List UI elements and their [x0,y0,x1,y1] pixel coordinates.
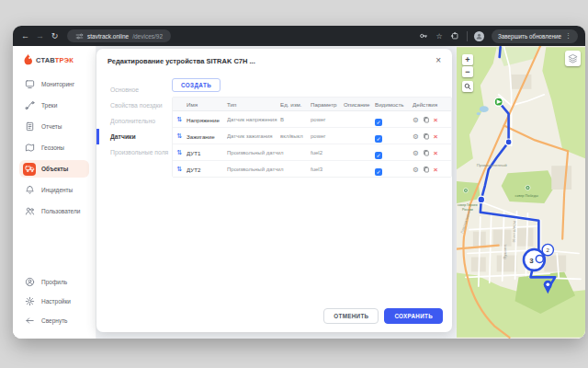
col-name: Имя [187,101,227,108]
sidebar-item-geozones[interactable]: Геозоны [19,139,89,156]
sidebar-item-label: Профиль [41,279,67,285]
tab-main[interactable]: Основное [96,82,170,98]
finish-update-label: Завершить обновление [498,33,561,40]
reload-icon[interactable]: ↻ [50,26,60,46]
profile-avatar[interactable] [474,31,484,41]
users-icon [23,205,36,218]
table-row[interactable]: ⇅ Напряжение Датчик напряжения В power ⚙ [173,111,451,128]
settings-icon[interactable]: ⚙ [413,149,419,157]
site-info-icon[interactable] [75,32,84,40]
table-header-row: Имя Тип Ед. изм. Параметр Описание Видим… [173,98,451,111]
chrome-divider [467,31,468,41]
save-button[interactable]: СОХРАНИТЬ [384,308,443,324]
settings-icon[interactable]: ⚙ [413,116,419,124]
settings-icon[interactable]: ⚙ [413,166,419,174]
map-layers-button[interactable] [565,51,581,66]
browser-window: ← → ↻ stavtrack.online/devices/92 ☆ [13,26,585,339]
modal-footer: ОТМЕНИТЬ СОХРАНИТЬ [96,308,452,332]
sidebar-item-tracks[interactable]: Треки [19,97,89,114]
visibility-checkbox[interactable] [375,152,382,159]
sensor-type: Произвольный датчик [227,150,280,155]
sensor-unit: л [280,167,311,172]
sidebar-item-monitoring[interactable]: Мониторинг [19,75,89,93]
modal-tabs: Основное Свойства поездки Дополнительно … [96,69,170,308]
svg-text:Пушкина: Пушкина [503,244,507,259]
map[interactable]: 3 2 Промышленный сквер Победы сквер Геро… [457,46,585,339]
kebab-menu-icon[interactable]: ⋮ [565,32,571,40]
delete-icon[interactable]: × [434,166,438,174]
sidebar-spacer [13,222,96,271]
drag-handle-icon[interactable]: ⇅ [173,149,187,156]
drag-handle-icon[interactable]: ⇅ [173,116,187,123]
visibility-checkbox[interactable] [375,119,382,126]
table-row[interactable]: ⇅ ДУТ2 Произвольный датчик л fuel3 ⚙ [173,161,451,177]
search-icon [464,83,471,90]
sidebar-item-incidents[interactable]: Инциденты [19,181,89,199]
zoom-out-button[interactable]: − [462,66,473,77]
sensor-name: Зажигание [187,133,227,140]
gear-icon [23,295,36,308]
map-search-button[interactable] [462,81,473,92]
svg-text:Промышленный: Промышленный [477,163,508,167]
col-param: Параметр [311,101,344,108]
copy-icon[interactable] [423,149,430,156]
copy-icon[interactable] [423,116,430,123]
tab-custom-fields[interactable]: Произвольные поля [96,144,170,160]
sidebar-item-settings[interactable]: Настройки [19,293,89,310]
brand-name: СТАВТРЭК [36,56,74,64]
svg-text:50 лет ВЛКСМ: 50 лет ВЛКСМ [513,221,517,243]
sidebar-item-reports[interactable]: Отчеты [19,118,89,135]
table-row[interactable]: ⇅ Зажигание Датчик зажигания вкл/выкл po… [173,128,451,144]
create-button[interactable]: СОЗДАТЬ [172,78,220,92]
copy-icon[interactable] [423,166,430,173]
cancel-button[interactable]: ОТМЕНИТЬ [323,308,379,324]
back-icon[interactable]: ← [20,26,30,46]
copy-icon[interactable] [423,132,430,140]
sidebar-item-objects[interactable]: Объекты [19,160,89,178]
settings-icon[interactable]: ⚙ [413,132,419,141]
brand-logo: СТАВТРЭК [13,46,96,74]
sidebar-item-users[interactable]: Пользователи [19,202,89,220]
tab-sensors[interactable]: Датчики [96,129,170,144]
route-start-marker [494,98,503,106]
close-icon[interactable]: × [435,57,441,64]
forward-icon[interactable]: → [35,26,45,46]
visibility-checkbox[interactable] [375,168,382,176]
finish-update-button[interactable]: Завершить обновление ⋮ [492,29,578,43]
col-visibility: Видимость [375,101,413,108]
sensor-type: Произвольный датчик [227,167,280,172]
tab-additional[interactable]: Дополнительно [96,113,170,129]
row-actions: ⚙ × [413,132,451,141]
sidebar-item-label: Геозоны [41,144,64,151]
delete-icon[interactable]: × [434,116,438,124]
drag-handle-icon[interactable]: ⇅ [173,166,187,173]
row-actions: ⚙ × [413,149,451,157]
visibility-checkbox[interactable] [375,135,382,143]
drag-handle-icon[interactable]: ⇅ [173,132,187,140]
table-row[interactable]: ⇅ ДУТ1 Произвольный датчик л fuel2 ⚙ [173,144,451,161]
delete-icon[interactable]: × [434,132,438,141]
passwords-icon[interactable] [418,30,429,41]
edit-device-modal: Редактирование устройства SITRAK C7H ...… [96,49,452,332]
address-bar[interactable]: stavtrack.online/devices/92 [67,29,171,42]
extensions-icon[interactable] [449,30,460,41]
sensors-pane: СОЗДАТЬ Имя Тип Ед. изм. Параметр Описан… [170,69,461,308]
truck-icon [23,163,36,176]
sensor-unit: вкл/выкл [280,133,311,139]
sensor-param: power [311,133,344,139]
sensor-unit: л [280,150,311,155]
col-unit: Ед. изм. [280,101,311,108]
sidebar-item-label: Отчеты [41,123,62,130]
sidebar-item-profile[interactable]: Профиль [19,273,89,291]
sensors-table: Имя Тип Ед. изм. Параметр Описание Видим… [172,97,452,178]
sidebar-item-collapse[interactable]: Свернуть [19,312,89,329]
zoom-in-button[interactable]: + [462,54,473,65]
route-point-marker [505,139,512,145]
url-domain: stavtrack.online [87,33,129,40]
col-desc: Описание [344,101,375,108]
delete-icon[interactable]: × [434,149,438,157]
sidebar-item-label: Инциденты [41,187,73,193]
map-canvas: 3 2 Промышленный сквер Победы сквер Геро… [457,46,585,339]
tab-trip-properties[interactable]: Свойства поездки [96,98,170,113]
bookmark-star-icon[interactable]: ☆ [434,30,445,41]
